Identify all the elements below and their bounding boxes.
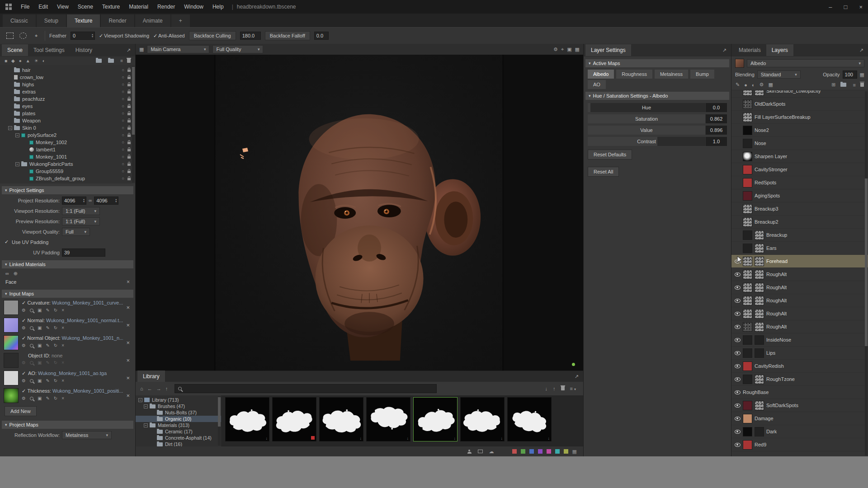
processor-gear-icon[interactable]: ⚙: [760, 82, 764, 88]
lock-icon[interactable]: [127, 84, 131, 86]
channel-select[interactable]: Albedo ▾: [747, 59, 864, 67]
layer-thumbnail[interactable]: [743, 191, 752, 201]
map-channel-button[interactable]: Bump: [690, 70, 714, 79]
layer-row[interactable]: Nose: [731, 137, 868, 150]
node-name[interactable]: Weapon: [22, 118, 41, 123]
new-folder-icon[interactable]: [96, 59, 104, 63]
menu-item[interactable]: View: [52, 1, 73, 12]
clone-icon[interactable]: ▣: [38, 360, 42, 365]
brush-thumbnail[interactable]: ↓: [413, 397, 458, 441]
node-name[interactable]: crown_low: [20, 75, 43, 80]
viewport-quality-select[interactable]: Full ▾: [62, 228, 90, 236]
brush-tool-icon[interactable]: ✎: [736, 82, 740, 88]
color-swatch[interactable]: [529, 449, 534, 454]
layer-settings-tab[interactable]: Layer Settings: [585, 44, 631, 56]
slider-value[interactable]: 0.0: [705, 103, 727, 112]
layer-thumbnail[interactable]: [743, 152, 752, 161]
clear-icon[interactable]: ×: [61, 308, 64, 313]
render-flag-icon[interactable]: ○: [122, 97, 124, 101]
delete-icon[interactable]: [561, 386, 565, 391]
layer-thumbnail[interactable]: [743, 90, 752, 96]
layer-name[interactable]: AgingSpots: [755, 193, 780, 198]
render-flag-icon[interactable]: ○: [122, 82, 124, 87]
add-material-icon[interactable]: ⊕: [14, 271, 18, 277]
node-name[interactable]: Monkey_1002: [36, 140, 67, 145]
visibility-eye-icon[interactable]: [735, 286, 741, 290]
add-layer-icon[interactable]: ⊞: [831, 82, 835, 88]
expander-icon[interactable]: −: [138, 398, 142, 402]
menu-item[interactable]: Window: [179, 1, 208, 12]
visibility-eye-icon[interactable]: [735, 417, 741, 421]
hs-slider[interactable]: Hue 0.0: [588, 103, 727, 112]
resolution-y-input[interactable]: [94, 197, 115, 204]
export-icon[interactable]: ↑: [553, 386, 556, 391]
scene-tree-scrollbar[interactable]: [132, 66, 135, 183]
refresh-icon[interactable]: ↻: [54, 308, 57, 313]
visibility-eye-icon[interactable]: [735, 404, 741, 408]
layer-thumbnail[interactable]: [743, 126, 752, 135]
layer-name[interactable]: Red9: [755, 442, 766, 447]
node-name[interactable]: hair: [22, 67, 30, 73]
panel-tab[interactable]: Scene: [2, 44, 28, 56]
backface-culling-input[interactable]: [240, 32, 261, 40]
check-icon[interactable]: ✓: [22, 318, 26, 324]
node-name[interactable]: Group55559: [36, 169, 63, 174]
brush-thumbnail[interactable]: ↓: [507, 397, 552, 441]
layer-mask-thumbnail[interactable]: [755, 322, 764, 332]
layer-row[interactable]: RoughAlt: [731, 281, 868, 294]
layer-row[interactable]: CavityRedish: [731, 360, 868, 373]
sky-icon[interactable]: ☀: [34, 58, 38, 63]
layer-name[interactable]: Dark: [766, 429, 777, 434]
layer-row[interactable]: Nose2: [731, 124, 868, 137]
active-maps-header[interactable]: ▾ Active Maps: [585, 59, 729, 67]
gear-icon[interactable]: ⚙: [22, 308, 26, 313]
node-name[interactable]: Skin 0: [22, 125, 36, 131]
search-icon[interactable]: [30, 326, 33, 330]
visibility-eye-icon[interactable]: [735, 390, 741, 394]
layer-thumbnail[interactable]: [743, 230, 752, 240]
layer-thumbnail[interactable]: [743, 414, 752, 423]
linked-materials-header[interactable]: ▾ Linked Materials: [2, 260, 133, 268]
layer-row[interactable]: RoughBase: [731, 386, 868, 399]
uv-padding-input[interactable]: [62, 249, 105, 257]
folder-name[interactable]: Materials (313): [158, 422, 189, 428]
remove-map-icon[interactable]: ×: [126, 339, 132, 346]
library-folder-row[interactable]: Dirt (16): [136, 441, 221, 446]
render-flag-icon[interactable]: ○: [122, 162, 124, 166]
library-folder-row[interactable]: Ceramic (17): [136, 428, 221, 435]
node-name[interactable]: polySurface2: [28, 132, 57, 138]
layer-mask-thumbnail[interactable]: [755, 401, 764, 410]
color-swatch[interactable]: [547, 449, 551, 454]
edit-icon[interactable]: ✎: [46, 343, 49, 348]
render-flag-icon[interactable]: ○: [122, 118, 124, 123]
gear-icon[interactable]: ⚙: [22, 343, 26, 348]
menu-item[interactable]: Texture: [98, 1, 124, 12]
library-folder-row[interactable]: − Brushes (47): [136, 403, 221, 409]
lock-icon[interactable]: [127, 178, 131, 180]
layer-name[interactable]: Lips: [766, 350, 775, 356]
model-render-chimp-head[interactable]: [251, 99, 486, 361]
hs-slider[interactable]: Contrast 1.0: [588, 137, 727, 146]
layer-name[interactable]: RedSpots: [755, 180, 776, 185]
layer-thumbnail[interactable]: [743, 427, 752, 436]
visibility-eye-icon[interactable]: [735, 443, 741, 447]
layer-name[interactable]: Forehead: [766, 258, 788, 264]
layer-name[interactable]: RoughBase: [743, 389, 769, 395]
input-map-thumbnail[interactable]: [4, 335, 19, 350]
render-quality-select[interactable]: Full Quality ▾: [212, 45, 263, 53]
menu-item[interactable]: Material: [124, 1, 153, 12]
layer-mask-thumbnail[interactable]: [755, 230, 764, 240]
layer-name[interactable]: CavityRedish: [755, 363, 784, 369]
layer-row[interactable]: SkinSurface_Lowopacity: [731, 90, 868, 98]
layer-mask-thumbnail[interactable]: [755, 296, 764, 305]
clear-icon[interactable]: ×: [61, 325, 64, 330]
clone-icon[interactable]: ▣: [38, 343, 42, 348]
layer-row[interactable]: Lips: [731, 347, 868, 360]
slider-value[interactable]: 0.896: [705, 126, 727, 135]
map-channel-button[interactable]: Roughness: [616, 70, 652, 79]
panel-tab[interactable]: Tool Settings: [28, 44, 70, 56]
visibility-eye-icon[interactable]: [735, 364, 741, 368]
viewport-shadowing-checkbox[interactable]: ✓Viewport Shadowing: [99, 33, 149, 39]
hs-slider[interactable]: Value 0.896: [588, 126, 727, 135]
transform-tool-icon[interactable]: ⌖: [32, 31, 41, 40]
